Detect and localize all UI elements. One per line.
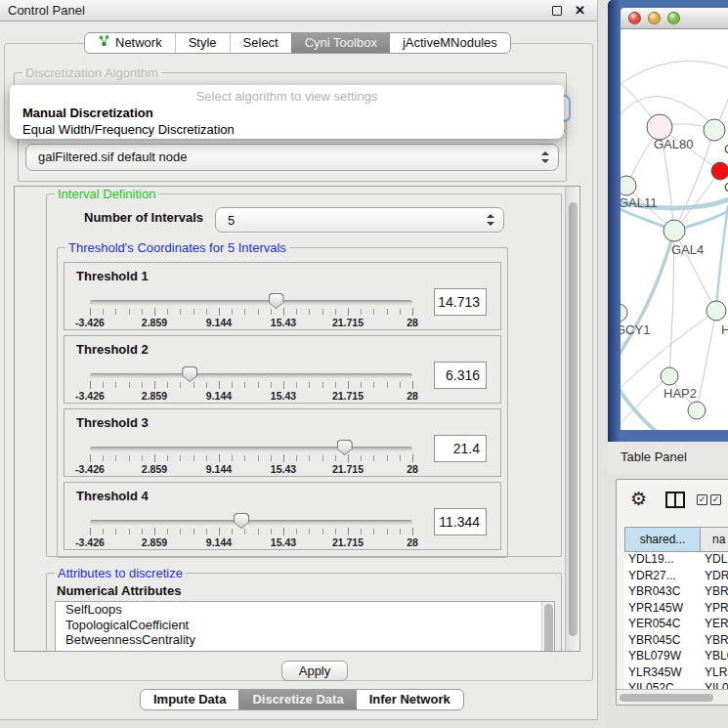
- network-window-titlebar[interactable]: [621, 8, 728, 29]
- threshold-value-field[interactable]: 6.316: [434, 362, 487, 389]
- tab-network[interactable]: Network: [85, 33, 175, 53]
- tick-label: 2.859: [142, 317, 167, 328]
- network-node[interactable]: [704, 119, 725, 141]
- slider-thumb[interactable]: [182, 366, 197, 382]
- network-canvas[interactable]: GAL80GACGAL11GAL4GCY1HHAP2: [621, 29, 728, 430]
- tab-label: Select: [243, 33, 278, 53]
- network-node[interactable]: [621, 176, 636, 195]
- tab-discretize-data[interactable]: Discretize Data: [238, 690, 356, 709]
- table-row[interactable]: YIL052CYIL0: [624, 681, 728, 689]
- threshold-value-field[interactable]: 14.713: [434, 288, 487, 316]
- tick-label: 2.859: [142, 390, 167, 402]
- table-row[interactable]: YDL19...YDL1: [624, 552, 728, 569]
- tick-label: 15.43: [271, 317, 296, 328]
- tab-infer-network[interactable]: Infer Network: [357, 690, 463, 709]
- slider-major-ticks: [90, 308, 412, 316]
- num-intervals-label: Number of Intervals: [84, 210, 203, 225]
- table-data-combo[interactable]: galFiltered.sif default node: [25, 144, 559, 171]
- algorithm-option[interactable]: Equal Width/Frequency Discretization: [10, 121, 564, 138]
- tick-label: 2.859: [142, 536, 167, 548]
- float-window-icon[interactable]: [552, 6, 562, 16]
- spinner-arrows-icon: [487, 214, 494, 226]
- network-node[interactable]: [664, 220, 685, 241]
- node-label: GAL4: [671, 242, 704, 257]
- list-item[interactable]: BetweennessCentrality: [56, 632, 554, 648]
- network-graph: GAL80GACGAL11GAL4GCY1HHAP2: [621, 29, 728, 430]
- network-node[interactable]: [707, 301, 726, 321]
- threshold-slider[interactable]: [90, 373, 412, 378]
- cyni-mode-tabs: Impute DataDiscretize DataInfer Network: [140, 689, 464, 710]
- gear-icon[interactable]: ⚙: [630, 488, 647, 510]
- numerical-attributes-label: Numerical Attributes: [57, 583, 181, 598]
- slider-major-ticks: [90, 381, 412, 389]
- list-item[interactable]: TopologicalCoefficient: [56, 618, 554, 633]
- network-node[interactable]: [711, 162, 728, 180]
- column-header[interactable]: shared...: [624, 527, 701, 552]
- threshold-panel: Threshold 4 -3.4262.8599.14415.4321.7152…: [64, 482, 501, 550]
- node-label: C: [724, 180, 728, 194]
- table-scrollbar-thumb[interactable]: [620, 694, 713, 702]
- network-node[interactable]: [621, 304, 627, 321]
- slider-thumb[interactable]: [269, 293, 284, 309]
- table-row[interactable]: YBL079WYBL0: [624, 649, 728, 665]
- tab-cyni-toolbox[interactable]: Cyni Toolbox: [291, 33, 390, 53]
- tick-label: -3.426: [75, 463, 105, 475]
- slider-thumb[interactable]: [337, 440, 353, 455]
- table-row[interactable]: YBR045CYBR0: [624, 633, 728, 650]
- traffic-light-minimize[interactable]: [648, 12, 661, 24]
- close-icon[interactable]: ✕: [575, 0, 585, 21]
- list-scrollbar-thumb[interactable]: [544, 604, 553, 652]
- interval-definition-group: Interval Definition Number of Intervals …: [46, 193, 562, 557]
- network-node[interactable]: [661, 367, 678, 385]
- panel-title: Control Panel: [8, 0, 85, 21]
- checkbox-icon[interactable]: ✓: [710, 494, 721, 505]
- tab-impute-data[interactable]: Impute Data: [141, 690, 238, 709]
- algorithm-dropdown-popup: Select algorithm to view settings Manual…: [10, 85, 564, 139]
- numerical-attributes-list[interactable]: SelfLoopsTopologicalCoefficientBetweenne…: [55, 601, 555, 652]
- columns-icon[interactable]: [665, 492, 685, 508]
- algorithm-option[interactable]: Manual Discretization: [10, 105, 564, 121]
- table-row[interactable]: YBR043CYBR0: [624, 584, 728, 601]
- table-row[interactable]: YDR27...YDR2: [624, 569, 728, 585]
- node-label: GAL80: [654, 137, 693, 151]
- apply-button[interactable]: Apply: [281, 661, 348, 681]
- panel-scrollbar-thumb[interactable]: [569, 202, 578, 636]
- checkbox-icon[interactable]: ✓: [697, 494, 707, 505]
- network-node[interactable]: [688, 402, 706, 419]
- cell: YBL079W: [628, 649, 681, 663]
- threshold-label: Threshold 4: [76, 489, 149, 503]
- table-panel-header: Table Panel: [608, 442, 728, 473]
- threshold-value-field[interactable]: 11.344: [434, 508, 487, 535]
- panel-scrollbar[interactable]: [565, 187, 579, 651]
- slider-thumb[interactable]: [234, 513, 249, 529]
- screen: Control Panel ✕ NetworkStyleSelectCyni T…: [0, 0, 728, 728]
- tab-label: Style: [189, 33, 217, 53]
- table-horizontal-scrollbar[interactable]: [617, 689, 728, 706]
- num-intervals-combo[interactable]: 5: [215, 207, 504, 233]
- tab-jactivemnodules[interactable]: jActiveMNodules: [390, 33, 510, 53]
- threshold-slider[interactable]: [90, 300, 412, 305]
- table-row[interactable]: YPR145WYPR1: [624, 601, 728, 618]
- threshold-slider[interactable]: [90, 447, 412, 451]
- cell: YPR1: [705, 601, 728, 615]
- tick-label: 9.144: [206, 463, 232, 475]
- table-row[interactable]: YLR345WYLR3: [624, 665, 728, 682]
- spinner-arrows-icon: [541, 151, 549, 163]
- tick-label: 15.43: [271, 390, 296, 402]
- tab-select[interactable]: Select: [230, 33, 291, 53]
- traffic-light-zoom[interactable]: [667, 12, 680, 24]
- tick-label: 28: [407, 536, 418, 548]
- network-icon: [98, 33, 110, 53]
- traffic-light-close[interactable]: [628, 12, 641, 24]
- threshold-slider[interactable]: [90, 520, 412, 525]
- cell: YBR043C: [628, 584, 680, 598]
- cell: YPR145W: [628, 601, 683, 615]
- list-item[interactable]: SelfLoops: [56, 602, 554, 618]
- node-label: GAL11: [621, 195, 658, 210]
- table-row[interactable]: YER054CYER0: [624, 617, 728, 633]
- column-header[interactable]: na: [700, 527, 728, 552]
- tab-style[interactable]: Style: [175, 33, 230, 53]
- threshold-value-field[interactable]: 21.4: [434, 435, 487, 462]
- group-title: Discretization Algorithm: [22, 65, 161, 80]
- list-scrollbar[interactable]: [541, 602, 554, 652]
